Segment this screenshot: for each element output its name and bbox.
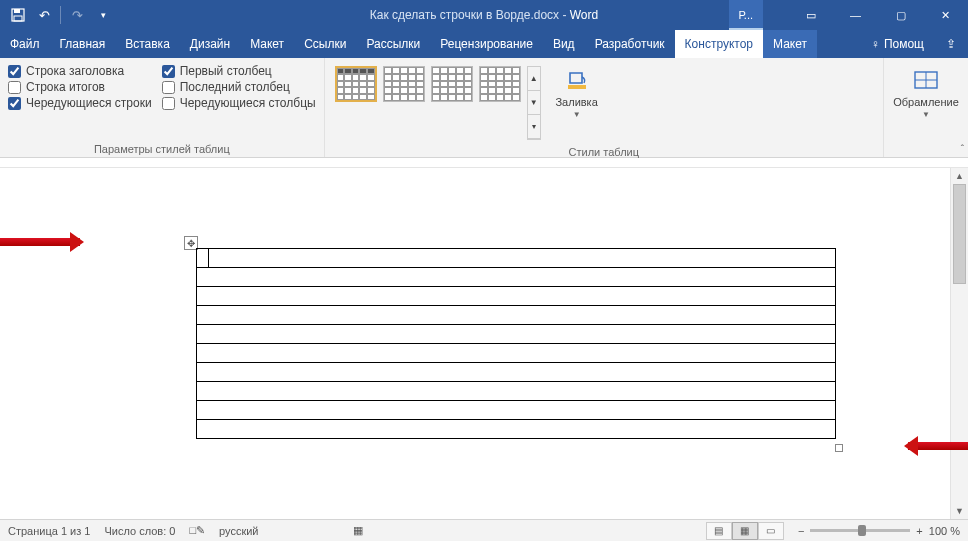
group-borders: Обрамление ▼ xyxy=(884,58,968,157)
table-row[interactable] xyxy=(197,344,836,363)
zoom-slider[interactable] xyxy=(810,529,910,532)
save-icon[interactable] xyxy=(8,5,28,25)
ribbon-tabs: Файл Главная Вставка Дизайн Макет Ссылки… xyxy=(0,30,968,58)
tab-layout[interactable]: Макет xyxy=(240,30,294,58)
table-row[interactable] xyxy=(197,382,836,401)
table-row[interactable] xyxy=(197,401,836,420)
undo-icon[interactable]: ↶ xyxy=(34,5,54,25)
document-table[interactable] xyxy=(196,248,836,439)
table-row[interactable] xyxy=(197,249,836,268)
tab-table-layout[interactable]: Макет xyxy=(763,30,817,58)
vertical-scrollbar[interactable]: ▲ ▼ xyxy=(950,168,968,519)
share-icon: ⇪ xyxy=(946,37,956,51)
label-header-row: Строка заголовка xyxy=(26,64,124,78)
collapse-ribbon-icon[interactable]: ˆ xyxy=(961,144,964,155)
checkbox-total-row[interactable]: Строка итогов xyxy=(8,80,152,94)
label-banded-columns: Чередующиеся столбцы xyxy=(180,96,316,110)
tab-mailings[interactable]: Рассылки xyxy=(356,30,430,58)
label-banded-rows: Чередующиеся строки xyxy=(26,96,152,110)
tab-design[interactable]: Дизайн xyxy=(180,30,240,58)
style-thumb-3[interactable] xyxy=(431,66,473,102)
view-buttons: ▤ ▦ ▭ xyxy=(706,522,784,540)
view-read-mode[interactable]: ▤ xyxy=(706,522,732,540)
label-total-row: Строка итогов xyxy=(26,80,105,94)
borders-icon xyxy=(912,66,940,94)
status-macro-icon[interactable]: ▦ xyxy=(353,524,363,537)
ribbon-display-options-icon[interactable]: ▭ xyxy=(788,0,833,30)
status-proofing-icon[interactable]: □✎ xyxy=(189,524,205,537)
tab-developer[interactable]: Разработчик xyxy=(585,30,675,58)
shading-label: Заливка xyxy=(555,96,597,108)
ribbon: Строка заголовка Строка итогов Чередующи… xyxy=(0,58,968,158)
ruler[interactable] xyxy=(0,158,968,168)
zoom-level[interactable]: 100 % xyxy=(929,525,960,537)
quick-access-toolbar: ↶ ↷ ▾ xyxy=(0,5,121,25)
share-button[interactable]: ⇪ xyxy=(934,30,968,58)
style-thumb-1[interactable] xyxy=(335,66,377,102)
svg-rect-3 xyxy=(568,85,586,89)
checkbox-last-column[interactable]: Последний столбец xyxy=(162,80,316,94)
tell-me[interactable]: ♀ Помощ xyxy=(861,30,934,58)
table-row[interactable] xyxy=(197,420,836,439)
table-row[interactable] xyxy=(197,268,836,287)
style-thumb-2[interactable] xyxy=(383,66,425,102)
zoom-slider-knob[interactable] xyxy=(858,525,866,536)
style-thumb-4[interactable] xyxy=(479,66,521,102)
tab-references[interactable]: Ссылки xyxy=(294,30,356,58)
view-web-layout[interactable]: ▭ xyxy=(758,522,784,540)
paint-bucket-icon xyxy=(563,66,591,94)
contextual-tab-group: Р... xyxy=(729,0,763,30)
svg-rect-2 xyxy=(14,16,22,21)
tab-view[interactable]: Вид xyxy=(543,30,585,58)
table-row[interactable] xyxy=(197,325,836,344)
checkbox-header-row[interactable]: Строка заголовка xyxy=(8,64,152,78)
maximize-icon[interactable]: ▢ xyxy=(878,0,923,30)
app-name: Word xyxy=(570,8,598,22)
checkbox-banded-rows[interactable]: Чередующиеся строки xyxy=(8,96,152,110)
shading-button[interactable]: Заливка ▼ xyxy=(553,62,601,119)
checkbox-banded-columns[interactable]: Чередующиеся столбцы xyxy=(162,96,316,110)
chevron-down-icon: ▼ xyxy=(922,110,930,119)
zoom-out-button[interactable]: − xyxy=(798,525,804,537)
table-resize-handle-icon[interactable] xyxy=(835,444,843,452)
table-styles-gallery[interactable]: ▲▼▾ xyxy=(333,62,543,144)
group-label-options: Параметры стилей таблиц xyxy=(8,141,316,155)
label-first-column: Первый столбец xyxy=(180,64,272,78)
zoom-in-button[interactable]: + xyxy=(916,525,922,537)
annotation-arrow-right xyxy=(908,442,968,450)
qat-customize-icon[interactable]: ▾ xyxy=(93,5,113,25)
table-row[interactable] xyxy=(197,306,836,325)
status-word-count[interactable]: Число слов: 0 xyxy=(104,525,175,537)
gallery-scroll[interactable]: ▲▼▾ xyxy=(527,66,541,140)
table-row[interactable] xyxy=(197,363,836,382)
status-page[interactable]: Страница 1 из 1 xyxy=(8,525,90,537)
tab-insert[interactable]: Вставка xyxy=(115,30,180,58)
document-name: Как сделать строчки в Ворде.docx xyxy=(370,8,559,22)
view-print-layout[interactable]: ▦ xyxy=(732,522,758,540)
checkbox-first-column[interactable]: Первый столбец xyxy=(162,64,316,78)
status-language[interactable]: русский xyxy=(219,525,258,537)
tab-home[interactable]: Главная xyxy=(50,30,116,58)
borders-button[interactable]: Обрамление ▼ xyxy=(892,62,960,141)
scroll-track[interactable] xyxy=(951,184,968,503)
gallery-more-icon[interactable]: ▾ xyxy=(528,115,540,139)
group-label-borders xyxy=(892,141,960,155)
scroll-thumb[interactable] xyxy=(953,184,966,284)
qat-separator xyxy=(60,6,61,24)
tab-constructor[interactable]: Конструктор xyxy=(675,30,763,58)
borders-label: Обрамление xyxy=(893,96,959,108)
group-label-styles: Стили таблиц xyxy=(333,144,875,158)
scroll-up-icon[interactable]: ▲ xyxy=(951,168,968,184)
close-icon[interactable]: ✕ xyxy=(923,0,968,30)
gallery-down-icon[interactable]: ▼ xyxy=(528,91,540,115)
svg-rect-1 xyxy=(14,9,20,13)
scroll-down-icon[interactable]: ▼ xyxy=(951,503,968,519)
page-viewport[interactable]: ✥ xyxy=(0,168,950,519)
redo-icon[interactable]: ↷ xyxy=(67,5,87,25)
group-table-styles: ▲▼▾ Заливка ▼ Стили таблиц xyxy=(325,58,884,157)
minimize-icon[interactable]: — xyxy=(833,0,878,30)
gallery-up-icon[interactable]: ▲ xyxy=(528,67,540,91)
tab-review[interactable]: Рецензирование xyxy=(430,30,543,58)
table-row[interactable] xyxy=(197,287,836,306)
tab-file[interactable]: Файл xyxy=(0,30,50,58)
